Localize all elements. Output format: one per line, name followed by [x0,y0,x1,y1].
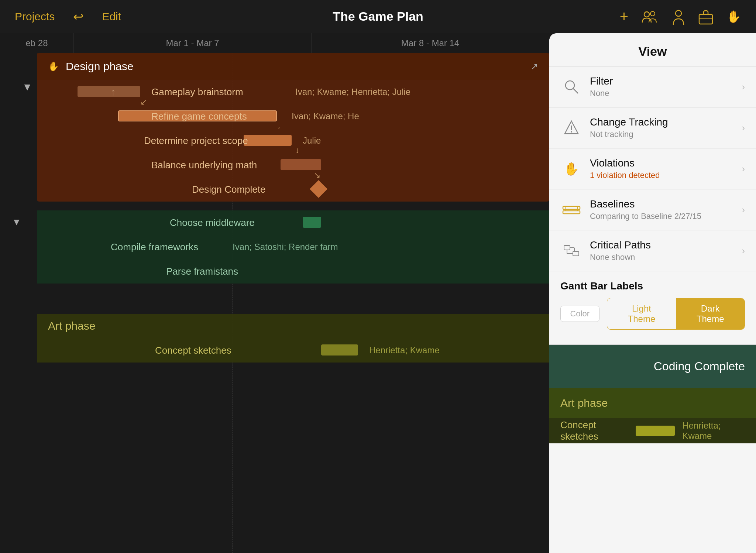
gantt-bar-labels-section: Gantt Bar Labels Color Light Theme Dark … [549,271,756,344]
svg-point-9 [571,131,572,133]
art-phase-panel-row: Art phase [549,388,756,418]
task-bar-concept[interactable] [321,344,358,356]
svg-point-0 [644,12,649,17]
task-name-gameplay: Gameplay brainstorm [151,86,243,98]
critical-paths-subtitle: None shown [590,253,742,262]
design-phase-title: Design phase [66,60,133,73]
change-tracking-item[interactable]: Change Tracking Not tracking › [549,107,756,148]
filter-chevron: › [742,81,745,93]
task-row-scope: Determine project scope Julie ↓ [37,128,549,153]
filter-content: Filter None [590,75,742,98]
task-name-parse: Parse framistans [166,266,238,277]
task-assignee-concept: Henrietta; Kwame [369,345,440,356]
task-name-balance: Balance underlying math [151,159,257,171]
concept-panel-assignee: Henrietta; Kwame [682,420,745,441]
projects-button[interactable]: Projects [15,10,55,23]
filter-subtitle: None [590,89,742,98]
coding-collapse-triangle[interactable]: ▼ [12,216,21,228]
violations-title: Violations [590,157,742,169]
suitcase-icon[interactable] [698,8,713,25]
design-phase-header: ✋ Design phase ↗ [37,53,549,80]
svg-point-5 [566,81,574,90]
task-row-concept: Concept sketches Henrietta; Kwame [37,338,549,363]
theme-toggle: Light Theme Dark Theme [607,298,745,330]
art-phase-header: Art phase [37,314,549,338]
change-tracking-title: Change Tracking [590,116,742,128]
baselines-icon [560,199,583,221]
coding-phase-block: ▼ Choose middleware Compile frameworks I… [37,210,549,284]
timeline-header: eb 28 Mar 1 - Mar 7 Mar 8 - Mar 14 [0,33,549,53]
timeline-col-feb: eb 28 [0,33,74,53]
violations-item[interactable]: ✋ Violations 1 violation detected › [549,148,756,189]
light-theme-button[interactable]: Light Theme [607,298,676,329]
baselines-chevron: › [742,204,745,216]
top-bar: Projects ↩ Edit The Game Plan + [0,0,756,33]
design-phase-arrow: ↗ [531,61,538,72]
change-tracking-icon [560,117,583,139]
task-name-concept: Concept sketches [155,345,231,356]
design-phase-block: ✋ Design phase ↗ ↑ Gameplay brainstorm I… [37,53,549,202]
change-tracking-chevron: › [742,122,745,134]
page-title: The Game Plan [333,9,423,24]
baselines-subtitle: Comparing to Baseline 2/27/15 [590,212,742,221]
task-bar-middleware[interactable] [303,217,321,228]
task-row-compile: Compile frameworks Ivan; Satoshi; Render… [37,235,549,259]
color-label-placeholder: Color [570,309,590,319]
coding-complete-label: Coding Complete [654,360,745,373]
task-name-scope: Determine project scope [144,135,248,147]
concept-panel-row: Concept sketches Henrietta; Kwame [549,418,756,443]
timeline-col-mar1: Mar 1 - Mar 7 [74,33,312,53]
svg-rect-15 [573,251,579,256]
critical-paths-item[interactable]: Critical Paths None shown › [549,230,756,271]
art-phase-block: Art phase Concept sketches Henrietta; Kw… [37,314,549,363]
filter-item[interactable]: Filter None › [549,66,756,107]
task-name-compile: Compile frameworks [111,241,198,253]
svg-rect-11 [563,211,580,214]
critical-paths-chevron: › [742,245,745,257]
art-phase-title: Art phase [48,320,95,332]
concept-panel-bar [636,426,675,436]
gantt-bar-labels-title: Gantt Bar Labels [560,280,745,292]
critical-paths-content: Critical Paths None shown [590,239,742,262]
svg-line-6 [573,89,578,93]
task-bar-gameplay[interactable] [78,86,140,97]
design-phase-icon: ✋ [48,61,59,72]
dark-theme-button[interactable]: Dark Theme [676,298,745,329]
violations-subtitle: 1 violation detected [590,171,742,180]
view-panel-title: View [549,33,756,66]
task-row-parse: Parse framistans [37,259,549,284]
top-bar-left: Projects ↩ Edit [15,9,121,24]
multi-person-icon[interactable] [642,10,659,23]
undo-button[interactable]: ↩ [73,9,83,24]
collapse-triangle[interactable]: ▼ [22,81,32,93]
top-bar-right: + ✋ [620,8,741,25]
task-row-gameplay: ↑ Gameplay brainstorm Ivan; Kwame; Henri… [37,80,549,104]
violations-icon: ✋ [560,158,583,180]
art-phase-panel-title: Art phase [560,397,608,409]
task-row-design-complete: Design Complete [37,177,549,202]
palm-icon[interactable]: ✋ [726,10,741,24]
svg-point-2 [676,10,681,16]
task-bar-balance[interactable] [281,159,321,170]
change-tracking-subtitle: Not tracking [590,130,742,139]
task-bar-scope[interactable] [244,135,292,146]
change-tracking-content: Change Tracking Not tracking [590,116,742,139]
gantt-area: eb 28 Mar 1 - Mar 7 Mar 8 - Mar 14 ▼ ✋ D… [0,33,549,553]
violations-chevron: › [742,163,745,175]
baselines-item[interactable]: Baselines Comparing to Baseline 2/27/15 … [549,189,756,230]
task-assignee-compile: Ivan; Satoshi; Render farm [233,242,338,252]
coding-complete-section: Coding Complete [549,345,756,388]
task-name-middleware: Choose middleware [170,217,255,229]
baselines-content: Baselines Comparing to Baseline 2/27/15 [590,198,742,221]
concept-panel-name: Concept sketches [560,419,628,442]
main-area: eb 28 Mar 1 - Mar 7 Mar 8 - Mar 14 ▼ ✋ D… [0,33,756,553]
person-icon[interactable] [672,8,685,25]
critical-paths-title: Critical Paths [590,239,742,251]
color-label-input[interactable]: Color [560,306,599,322]
task-row-middleware: Choose middleware [37,210,549,235]
task-assignee-refine: Ivan; Kwame; He [292,111,359,121]
add-icon[interactable]: + [620,8,628,25]
task-assignee-gameplay: Ivan; Kwame; Henrietta; Julie [295,87,410,97]
svg-rect-14 [564,245,570,250]
edit-button[interactable]: Edit [102,10,121,23]
